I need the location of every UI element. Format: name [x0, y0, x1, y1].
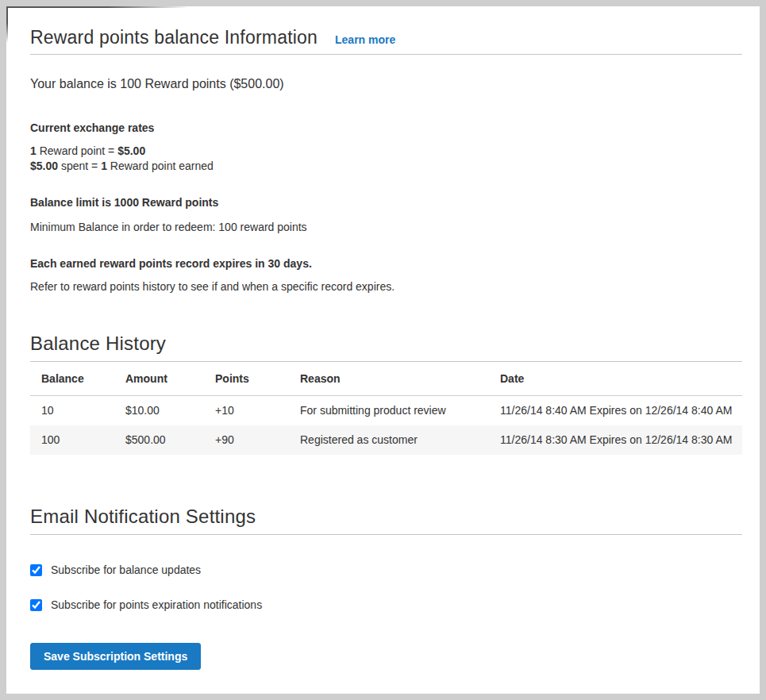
cell-points: +10 — [204, 396, 289, 426]
reward-points-card: Reward points balance Information Learn … — [6, 6, 760, 694]
exchange-rates-heading: Current exchange rates — [30, 121, 742, 134]
table-row: 100 $500.00 +90 Registered as customer 1… — [30, 425, 742, 455]
balance-history-table: Balance Amount Points Reason Date 10 $10… — [30, 362, 742, 455]
column-header-amount: Amount — [114, 362, 204, 396]
balance-history-title: Balance History — [30, 331, 742, 356]
subscribe-expiration-notifications-row: Subscribe for points expiration notifica… — [30, 598, 742, 611]
window-corner-artifact — [6, 6, 189, 8]
balance-updates-label[interactable]: Subscribe for balance updates — [51, 563, 201, 576]
expiration-notifications-label[interactable]: Subscribe for points expiration notifica… — [51, 598, 262, 611]
expiry-notice-text: Each earned reward points record expires… — [30, 257, 742, 270]
page-header: Reward points balance Information Learn … — [30, 25, 742, 49]
learn-more-link[interactable]: Learn more — [335, 33, 395, 46]
table-header-row: Balance Amount Points Reason Date — [30, 362, 742, 396]
expiry-hint-text: Refer to reward points history to see if… — [30, 280, 742, 293]
cell-date: 11/26/14 8:30 AM Expires on 12/26/14 8:3… — [489, 425, 742, 455]
column-header-reason: Reason — [289, 362, 489, 396]
cell-reason: For submitting product review — [289, 396, 489, 426]
column-header-points: Points — [204, 362, 289, 396]
column-header-date: Date — [489, 362, 742, 396]
rate-line-currency-to-point: $5.00 spent = 1 Reward point earned — [30, 159, 742, 174]
cell-reason: Registered as customer — [289, 425, 489, 455]
cell-date: 11/26/14 8:40 AM Expires on 12/26/14 8:4… — [489, 396, 742, 426]
save-subscription-settings-button[interactable]: Save Subscription Settings — [30, 643, 201, 670]
balance-summary: Your balance is 100 Reward points ($500.… — [30, 75, 742, 93]
balance-limit-text: Balance limit is 1000 Reward points — [30, 196, 742, 209]
page-title: Reward points balance Information — [30, 25, 318, 49]
balance-updates-checkbox[interactable] — [30, 564, 42, 576]
rate-line-point-to-currency: 1 Reward point = $5.00 — [30, 144, 742, 159]
table-row: 10 $10.00 +10 For submitting product rev… — [30, 396, 742, 426]
subscribe-balance-updates-row: Subscribe for balance updates — [30, 563, 742, 576]
window-corner-artifact — [6, 6, 8, 43]
cell-amount: $500.00 — [114, 425, 204, 455]
cell-amount: $10.00 — [114, 396, 204, 426]
exchange-rate-lines: 1 Reward point = $5.00 $5.00 spent = 1 R… — [30, 144, 742, 174]
cell-balance: 100 — [30, 425, 114, 455]
cell-balance: 10 — [30, 396, 114, 426]
expiration-notifications-checkbox[interactable] — [30, 599, 42, 611]
cell-points: +90 — [204, 425, 289, 455]
column-header-balance: Balance — [30, 362, 114, 396]
divider — [30, 534, 742, 535]
email-notification-settings-title: Email Notification Settings — [30, 504, 742, 529]
minimum-balance-text: Minimum Balance in order to redeem: 100 … — [30, 221, 742, 233]
divider — [30, 54, 742, 55]
